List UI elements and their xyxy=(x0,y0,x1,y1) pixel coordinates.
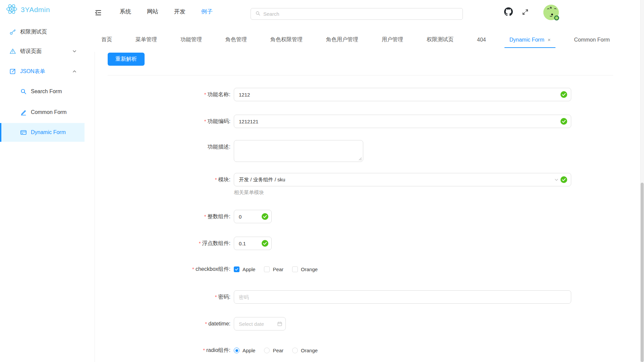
form-row-float: *浮点数组件: xyxy=(101,237,272,250)
required-marker: * xyxy=(192,266,194,272)
nav-item-website[interactable]: 网站 xyxy=(147,8,158,15)
top-header: 系统 网站 开发 例子 xyxy=(85,0,644,23)
module-help-text: 相关菜单模块 xyxy=(234,189,264,196)
sidebar-item-json-form[interactable]: JSON表单 xyxy=(0,62,85,81)
nav-item-system[interactable]: 系统 xyxy=(120,8,131,15)
radio-unselected-icon[interactable] xyxy=(264,348,270,353)
tab-home[interactable]: 首页 xyxy=(96,32,117,48)
valid-check-icon xyxy=(560,91,567,98)
nav-item-develop[interactable]: 开发 xyxy=(174,8,185,15)
react-logo-icon xyxy=(5,3,18,17)
sidebar-item-common-form[interactable]: Common Form xyxy=(0,103,85,122)
name-input[interactable] xyxy=(234,88,571,101)
top-nav: 系统 网站 开发 例子 xyxy=(120,0,213,23)
option-label: Pear xyxy=(273,348,283,353)
required-marker: * xyxy=(204,214,206,219)
required-marker: * xyxy=(204,92,206,97)
field-label: 模块: xyxy=(218,177,230,182)
select-arrow-icon xyxy=(554,178,558,182)
code-input[interactable] xyxy=(234,115,571,128)
sidebar-item-label: 错误页面 xyxy=(20,48,42,55)
required-marker: * xyxy=(215,177,217,182)
reparse-button[interactable]: 重新解析 xyxy=(108,53,145,66)
checkbox-group: Apple Pear Orange xyxy=(234,266,326,272)
route-tabs: 首页 菜单管理 功能管理 角色管理 角色权限管理 角色用户管理 用户管理 权限测… xyxy=(96,32,615,48)
radio-option-orange[interactable]: Orange xyxy=(292,348,318,353)
valid-check-icon xyxy=(262,240,268,247)
content-left-border xyxy=(95,52,95,362)
valid-check-icon xyxy=(560,176,567,183)
checkbox-unchecked-icon[interactable] xyxy=(292,266,298,272)
sidebar-item-search-form[interactable]: Search Form xyxy=(0,82,85,101)
tab-404[interactable]: 404 xyxy=(472,32,491,48)
field-label: 功能描述: xyxy=(208,144,230,149)
required-marker: * xyxy=(199,240,201,246)
github-icon[interactable] xyxy=(504,7,513,17)
field-label: checkbox组件: xyxy=(196,266,230,272)
form-row-checkbox: *checkbox组件: Apple Pear Orange xyxy=(101,266,326,273)
checkbox-option-pear[interactable]: Pear xyxy=(264,266,283,272)
radio-option-pear[interactable]: Pear xyxy=(264,348,283,353)
field-label: 浮点数组件: xyxy=(202,240,230,246)
sidebar-item-label: Common Form xyxy=(31,109,67,115)
form-row-code: *功能编码: xyxy=(101,115,571,128)
app-logo[interactable]: 3YAdmin xyxy=(5,3,50,17)
sidebar-item-label: JSON表单 xyxy=(20,68,45,75)
sidebar-item-label: 权限测试页 xyxy=(20,28,47,36)
tab-permission-test[interactable]: 权限测试页 xyxy=(422,32,459,48)
checkbox-unchecked-icon[interactable] xyxy=(264,266,270,272)
sidebar-item-dynamic-form[interactable]: Dynamic Form xyxy=(0,123,85,142)
field-label: datetime: xyxy=(208,321,230,326)
form-row-desc: 功能描述: xyxy=(101,140,363,162)
tab-function-mgmt[interactable]: 功能管理 xyxy=(175,32,207,48)
radio-unselected-icon[interactable] xyxy=(292,348,298,353)
desc-textarea[interactable] xyxy=(234,140,363,162)
calendar-icon xyxy=(277,321,282,326)
valid-check-icon xyxy=(262,213,268,220)
menu-fold-icon[interactable] xyxy=(95,9,102,16)
sidebar-item-label: Dynamic Form xyxy=(31,129,66,135)
fullscreen-expand-icon[interactable] xyxy=(522,8,529,17)
radio-selected-icon[interactable] xyxy=(234,348,239,353)
form-row-radio: *radio组件: Apple Pear Orange xyxy=(101,347,326,354)
resize-handle-icon[interactable] xyxy=(359,157,362,161)
chevron-down-icon xyxy=(72,49,76,53)
nav-item-examples[interactable]: 例子 xyxy=(201,8,213,15)
section-divider xyxy=(108,75,613,75)
tab-common-form[interactable]: Common Form xyxy=(569,32,615,48)
scrollbar-thumb[interactable] xyxy=(641,183,644,362)
option-label: Pear xyxy=(273,266,283,272)
module-select[interactable]: 开发 / 业务组件 / sku xyxy=(234,173,571,186)
option-label: Apple xyxy=(243,266,255,272)
pencil-icon xyxy=(20,109,27,116)
form-row-datetime: *datetime: xyxy=(101,317,286,330)
tab-menu-mgmt[interactable]: 菜单管理 xyxy=(130,32,162,48)
field-label: radio组件: xyxy=(206,347,230,353)
search-input[interactable] xyxy=(263,11,451,17)
close-icon[interactable]: × xyxy=(548,37,551,42)
tab-role-mgmt[interactable]: 角色管理 xyxy=(220,32,252,48)
global-search[interactable] xyxy=(251,8,463,20)
tab-role-user-mgmt[interactable]: 角色用户管理 xyxy=(321,32,363,48)
password-input[interactable] xyxy=(234,290,571,304)
radio-option-apple[interactable]: Apple xyxy=(234,348,255,353)
edit-square-icon xyxy=(9,68,16,75)
sidebar-item-permission-test[interactable]: 权限测试页 xyxy=(0,22,85,41)
sidebar-item-error-pages[interactable]: 错误页面 xyxy=(0,42,85,61)
checkbox-checked-icon[interactable] xyxy=(234,266,239,272)
field-label: 密码: xyxy=(218,294,230,300)
required-marker: * xyxy=(204,118,206,124)
key-icon xyxy=(9,28,16,35)
checkbox-option-orange[interactable]: Orange xyxy=(292,266,318,272)
tab-dynamic-form[interactable]: Dynamic Form × xyxy=(504,32,556,48)
checkbox-option-apple[interactable]: Apple xyxy=(234,266,255,272)
form-card-icon xyxy=(20,129,27,136)
sidebar: 3YAdmin 权限测试页 错误页面 xyxy=(0,0,85,362)
search-icon xyxy=(20,88,27,95)
field-label: 功能编码: xyxy=(208,118,230,124)
scrollbar-track[interactable] xyxy=(640,0,644,362)
option-label: Orange xyxy=(301,348,318,353)
tab-user-mgmt[interactable]: 用户管理 xyxy=(377,32,408,48)
required-marker: * xyxy=(203,347,205,353)
tab-role-permission-mgmt[interactable]: 角色权限管理 xyxy=(265,32,308,48)
